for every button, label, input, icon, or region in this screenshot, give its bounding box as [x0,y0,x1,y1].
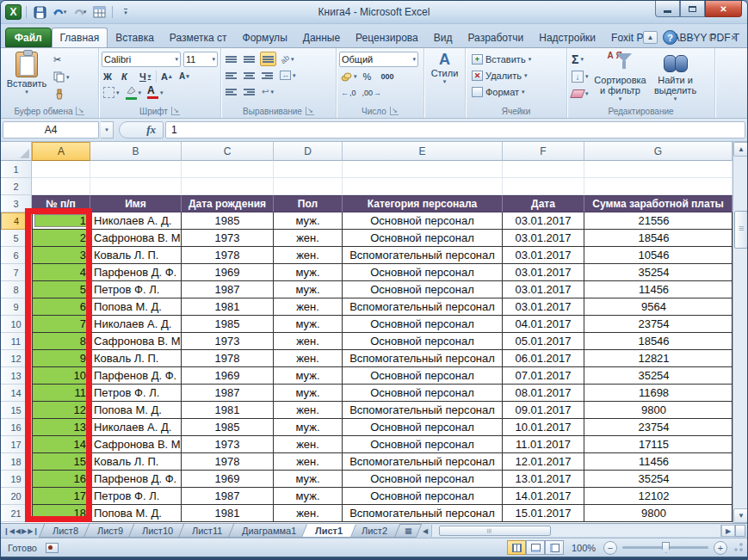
cell[interactable]: 03.01.2017 [503,230,584,247]
cell[interactable]: Коваль Л. П. [90,453,182,471]
cell[interactable] [343,178,503,195]
column-header-B[interactable]: B [90,142,182,161]
cell[interactable]: № п/п [32,195,90,212]
insert-worksheet-tab[interactable]: ▦ [394,524,422,538]
tab-Надстройки[interactable]: Надстройки [531,28,603,47]
cell[interactable]: 18 [32,505,90,522]
row-header-1[interactable]: 1 [1,161,32,178]
cell[interactable] [182,178,274,195]
vertical-scrollbar[interactable]: ▲ ▼ [733,142,748,523]
cell[interactable]: 06.01.2017 [503,350,584,367]
cell[interactable]: 05.01.2017 [503,333,584,350]
cell[interactable]: Дата рождения [182,195,274,212]
cell[interactable]: 1987 [182,488,274,505]
cell[interactable]: 1985 [182,419,274,436]
merge-center-button[interactable]: ↔▾ [278,68,298,83]
row-header-3[interactable]: 3 [1,195,32,212]
cell[interactable]: Основной персонал [343,488,503,505]
fill-handle[interactable] [86,225,90,230]
cell[interactable]: жен. [274,402,343,419]
tab-Главная[interactable]: Главная [52,28,108,47]
cell[interactable]: жен. [274,436,343,453]
row-header-20[interactable]: 20 [1,488,32,505]
cell[interactable]: 12 [32,402,90,419]
underline-button[interactable]: Ч▾ [138,69,153,83]
insert-cells-button[interactable]: +Вставить▾ [472,52,564,66]
cell[interactable]: 9564 [584,298,733,316]
comma-format-button[interactable]: 000 [380,69,396,83]
row-header-9[interactable]: 9 [1,298,32,316]
cell[interactable]: Категория персонала [343,195,503,212]
cell[interactable]: 10546 [584,247,733,264]
cell[interactable] [90,161,182,178]
cell[interactable]: Парфенов Д. Ф. [90,471,182,488]
font-family-select[interactable]: Calibri▾ [102,52,181,67]
cell[interactable]: Петров Ф. Л. [90,488,182,505]
fill-button[interactable]: ↓▾ [570,69,590,83]
sheet-tab-Диаграмма1[interactable]: Диаграмма1 [227,524,310,538]
cell[interactable]: муж. [274,264,343,281]
scroll-up-icon[interactable]: ▲ [733,142,748,157]
cell[interactable]: Основной персонал [343,230,503,247]
cell[interactable]: 1973 [182,436,274,453]
cell[interactable]: жен. [274,298,343,316]
tab-Данные[interactable]: Данные [295,28,348,47]
cell[interactable]: муж. [274,367,343,385]
resize-grip[interactable] [733,542,744,553]
workbook-close-icon[interactable]: ✕ [726,31,742,44]
align-middle-button[interactable] [242,52,257,66]
zoom-slider-thumb[interactable] [662,542,670,553]
decrease-decimal-button[interactable]: ,00→ [361,85,384,100]
cell[interactable]: Вспомогательный персонал [343,247,503,264]
cell[interactable]: 6 [32,298,90,316]
cell[interactable]: Петров Ф. Л. [90,281,182,298]
decrease-indent-button[interactable] [224,84,239,99]
tab-Вид[interactable]: Вид [426,28,461,47]
row-header-8[interactable]: 8 [1,281,32,298]
formula-input[interactable]: 1 [165,121,745,138]
cell[interactable]: 1981 [182,505,274,522]
cell[interactable]: 1987 [182,385,274,402]
cell[interactable]: 5 [32,281,90,298]
cell[interactable]: Коваль Л. П. [90,247,182,264]
cell[interactable]: Сумма заработной платы [584,195,733,212]
zoom-level[interactable]: 100% [569,543,598,553]
cell[interactable]: жен. [274,230,343,247]
cell[interactable]: 09.01.2017 [503,402,584,419]
row-header-14[interactable]: 14 [1,385,32,402]
number-format-select[interactable]: Общий▾ [339,52,418,67]
cell[interactable]: 03.01.2017 [503,281,584,298]
cell[interactable]: 3 [32,247,90,264]
cell[interactable]: 1969 [182,264,274,281]
cell[interactable]: 17 [32,488,90,505]
cell[interactable]: 1981 [182,402,274,419]
dialog-launcher-icon[interactable]: ↘ [306,107,314,115]
undo-dropdown[interactable]: ▾ [64,9,67,15]
cell[interactable] [503,178,584,195]
cell[interactable]: 04.01.2017 [503,316,584,333]
cell[interactable]: жен. [274,505,343,522]
cell[interactable]: Основной персонал [343,471,503,488]
cell[interactable]: 10.01.2017 [503,419,584,436]
cell[interactable]: жен. [274,453,343,471]
clear-button[interactable]: ▾ [570,86,590,101]
cell[interactable]: 1981 [182,298,274,316]
cell[interactable]: муж. [274,212,343,230]
cell[interactable] [32,161,90,178]
cut-button[interactable]: ✂ [52,52,71,67]
horizontal-scrollbar[interactable] [431,525,721,537]
increase-decimal-button[interactable]: ←,0 [339,85,358,100]
cell[interactable]: 13.01.2017 [503,471,584,488]
cell[interactable]: Имя [90,195,182,212]
cell[interactable]: 07.01.2017 [503,367,584,385]
cell[interactable]: 03.01.2017 [503,212,584,230]
tab-file[interactable]: Файл [5,28,52,47]
row-header-12[interactable]: 12 [1,350,32,367]
cell[interactable]: Парфенов Д. Ф. [90,264,182,281]
zoom-in-button[interactable]: + [714,541,727,555]
first-sheet-icon[interactable]: ❙◀ [3,527,15,535]
copy-button[interactable]: ▾ [52,70,71,84]
cell[interactable]: 16 [32,471,90,488]
row-header-21[interactable]: 21 [1,505,32,522]
cell[interactable]: Сафронова В. М. [90,436,182,453]
